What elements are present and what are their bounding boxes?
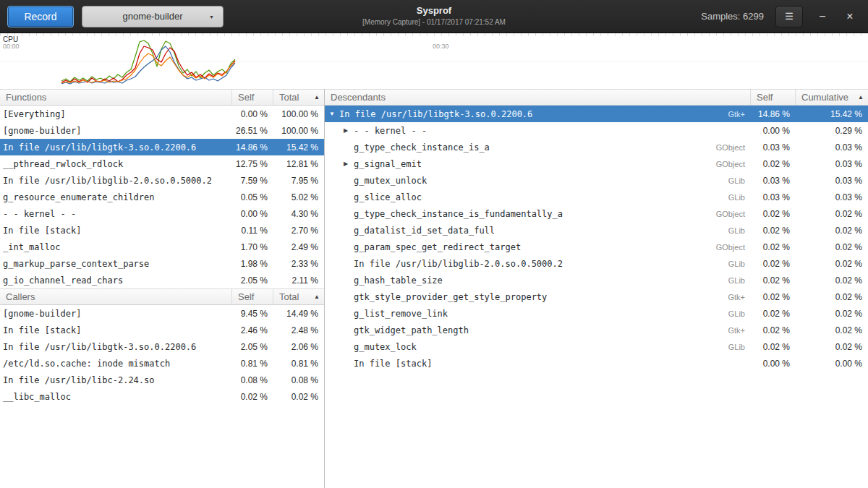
table-row[interactable]: g_resource_enumerate_children0.05 %5.02 … (0, 189, 324, 205)
functions-self-column-header[interactable]: Self (232, 90, 273, 105)
function-name: In file /usr/lib/libgtk-3.so.0.2200.6 (0, 142, 232, 153)
cumulative-value: 0.02 % (796, 325, 868, 335)
tree-row[interactable]: ▶- - kernel - -0.00 %0.29 % (325, 122, 868, 139)
tree-row-name-cell: g_mutex_lockGLib (325, 342, 751, 352)
self-value: 0.03 % (751, 176, 796, 186)
hamburger-icon: ☰ (785, 11, 793, 22)
tree-row[interactable]: g_type_check_instance_is_fundamentally_a… (325, 205, 868, 222)
table-row[interactable]: /etc/ld.so.cache: inode mismatch0.81 %0.… (0, 355, 324, 372)
descendants-self-column-header[interactable]: Self (751, 90, 796, 105)
table-row[interactable]: - - kernel - -0.00 %4.30 % (0, 205, 324, 222)
tree-row[interactable]: g_slice_allocGLib0.03 %0.03 % (325, 189, 868, 205)
cumulative-value: 0.03 % (796, 142, 868, 153)
callers-self-column-header[interactable]: Self (232, 289, 273, 304)
total-value: 12.81 % (273, 159, 324, 169)
table-row[interactable]: In file /usr/lib/libc-2.24.so0.08 %0.08 … (0, 372, 324, 388)
tree-row[interactable]: In file /usr/lib/libglib-2.0.so.0.5000.2… (325, 255, 868, 272)
tree-row[interactable]: gtk_style_provider_get_style_propertyGtk… (325, 288, 868, 305)
tree-row[interactable]: g_param_spec_get_redirect_targetGObject0… (325, 239, 868, 255)
menu-button[interactable]: ☰ (775, 6, 803, 27)
function-name: gtk_style_provider_get_style_property (354, 292, 547, 302)
function-name: - - kernel - - (354, 126, 427, 136)
functions-total-column-header[interactable]: Total ▲ (273, 90, 324, 105)
tree-row[interactable]: g_mutex_lockGLib0.02 %0.02 % (325, 338, 868, 355)
library-tag: GObject (716, 160, 751, 168)
total-value: 2.49 % (273, 242, 324, 252)
cumulative-value: 0.03 % (796, 159, 868, 169)
tree-row[interactable]: In file [stack]0.00 %0.00 % (325, 355, 868, 372)
self-value: 26.51 % (232, 126, 273, 136)
tree-row[interactable]: g_list_remove_linkGLib0.02 %0.02 % (325, 305, 868, 322)
library-tag: GObject (716, 143, 751, 152)
process-selector-label: gnome-builder (122, 11, 182, 22)
callers-column-header[interactable]: Callers (0, 289, 232, 304)
minimize-button[interactable]: − (814, 9, 830, 25)
table-row[interactable]: In file [stack]2.46 %2.48 % (0, 322, 324, 338)
cumulative-value: 0.02 % (796, 275, 868, 286)
tree-row[interactable]: ▼In file /usr/lib/libgtk-3.so.0.2200.6Gt… (325, 106, 868, 122)
sort-arrow-icon: ▲ (314, 94, 320, 100)
titlebar[interactable]: Record gnome-builder ▼ Sysprof [Memory C… (0, 0, 868, 33)
total-value: 5.02 % (273, 192, 324, 202)
table-row[interactable]: In file /usr/lib/libgtk-3.so.0.2200.614.… (0, 139, 324, 155)
self-value: 0.05 % (232, 192, 273, 202)
function-name: [Everything] (0, 109, 232, 119)
tree-row[interactable]: ▶g_signal_emitGObject0.02 %0.03 % (325, 155, 868, 172)
record-button[interactable]: Record (7, 6, 74, 27)
cumulative-value: 0.02 % (796, 292, 868, 302)
table-row[interactable]: __libc_malloc0.02 %0.02 % (0, 388, 324, 405)
tree-row[interactable]: gtk_widget_path_lengthGtk+0.02 %0.02 % (325, 322, 868, 338)
tree-row[interactable]: g_mutex_unlockGLib0.03 %0.03 % (325, 172, 868, 189)
table-row[interactable]: [gnome-builder]26.51 %100.00 % (0, 122, 324, 139)
expander-open-icon[interactable]: ▼ (329, 111, 339, 117)
cumulative-value: 0.03 % (796, 192, 868, 202)
self-value: 0.02 % (751, 226, 796, 236)
table-row[interactable]: In file /usr/lib/libgtk-3.so.0.2200.62.0… (0, 338, 324, 355)
self-value: 0.81 % (232, 359, 273, 369)
table-row[interactable]: In file /usr/lib/libglib-2.0.so.0.5000.2… (0, 172, 324, 189)
expander-closed-icon[interactable]: ▶ (344, 160, 354, 167)
cumulative-value: 0.03 % (796, 176, 868, 186)
table-row[interactable]: __pthread_rwlock_rdlock12.75 %12.81 % (0, 155, 324, 172)
table-row[interactable]: In file [stack]0.11 %2.70 % (0, 222, 324, 239)
callers-total-column-header[interactable]: Total ▲ (273, 289, 324, 304)
self-value: 12.75 % (232, 159, 273, 169)
total-value: 100.00 % (273, 109, 324, 119)
expander-closed-icon[interactable]: ▶ (344, 127, 354, 134)
descendants-column-header[interactable]: Descendants (325, 90, 751, 105)
table-row[interactable]: g_io_channel_read_chars2.05 %2.11 % (0, 272, 324, 288)
table-row[interactable]: [Everything]0.00 %100.00 % (0, 106, 324, 122)
process-selector-dropdown[interactable]: gnome-builder ▼ (82, 6, 224, 27)
functions-column-header[interactable]: Functions (0, 90, 232, 105)
cpu-line-red (61, 46, 235, 82)
self-value: 0.02 % (232, 392, 273, 402)
library-tag: GLib (728, 309, 751, 318)
cpu-graph[interactable]: CPU 00:00 00:30 (0, 33, 868, 89)
table-row[interactable]: _int_malloc1.70 %2.49 % (0, 239, 324, 255)
function-name: /etc/ld.so.cache: inode mismatch (0, 359, 232, 369)
cpu-line-blue (61, 46, 235, 84)
total-value: 2.48 % (273, 325, 324, 335)
sort-arrow-icon: ▲ (314, 294, 320, 300)
library-tag: GLib (728, 343, 751, 351)
tree-row[interactable]: g_hash_table_sizeGLib0.02 %0.02 % (325, 272, 868, 288)
window-title: Sysprof (362, 5, 506, 16)
total-value: 15.42 % (273, 142, 324, 153)
titlebar-center: Sysprof [Memory Capture] - 01/17/2017 07… (362, 5, 506, 26)
cumulative-value: 0.02 % (796, 242, 868, 252)
cumulative-value: 15.42 % (796, 109, 868, 119)
library-tag: GLib (728, 193, 751, 202)
self-value: 0.02 % (751, 325, 796, 335)
total-value: 100.00 % (273, 126, 324, 136)
tree-row-name-cell: g_mutex_unlockGLib (325, 176, 751, 186)
tree-row[interactable]: g_type_check_instance_is_aGObject0.03 %0… (325, 139, 868, 155)
tree-row[interactable]: g_datalist_id_set_data_fullGLib0.02 %0.0… (325, 222, 868, 239)
tree-row-name-cell: g_slice_allocGLib (325, 192, 751, 202)
table-row[interactable]: [gnome-builder]9.45 %14.49 % (0, 305, 324, 322)
descendants-cumulative-column-header[interactable]: Cumulative ▲ (796, 90, 868, 105)
close-button[interactable]: × (842, 9, 858, 25)
self-value: 0.02 % (751, 209, 796, 219)
cumulative-value: 0.02 % (796, 226, 868, 236)
descendants-header: Descendants Self Cumulative ▲ (325, 89, 868, 106)
table-row[interactable]: g_markup_parse_context_parse1.98 %2.33 % (0, 255, 324, 272)
